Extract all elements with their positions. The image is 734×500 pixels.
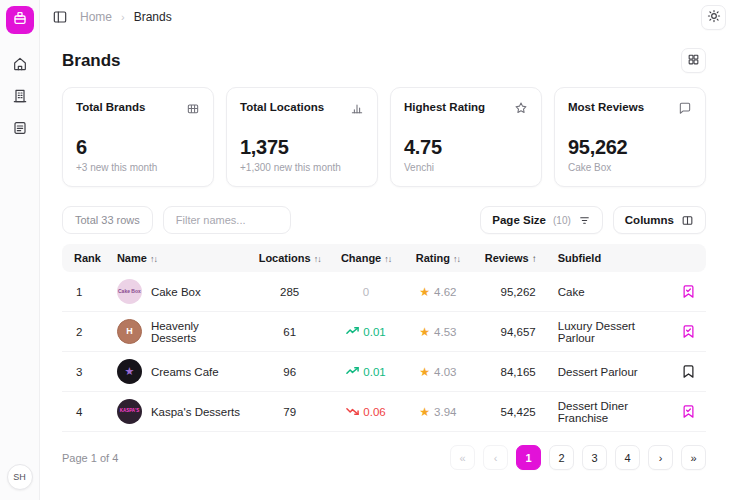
table-row: 2 H Heavenly Desserts 61 [62,312,706,352]
layout-grid-button[interactable] [681,48,706,73]
page-button-1[interactable]: 1 [516,445,541,470]
cell-subfield: Cake [550,272,671,312]
sort-icon: ↑↓ [150,254,157,264]
header-subfield: Subfield [550,244,671,272]
page-header: Brands [62,48,706,73]
stat-card-total-locations: Total Locations 1,375 +1,300 new this mo… [226,87,378,187]
grid-icon [687,53,700,69]
table-footer: Page 1 of 4 « ‹ 1 2 3 4 › » [62,445,706,470]
stat-card-most-reviews: Most Reviews 95,262 Cake Box [554,87,706,187]
last-page-button[interactable]: » [681,445,706,470]
page-title: Brands [62,51,121,71]
cell-locations: 96 [251,352,329,392]
stat-value: 1,375 [240,136,364,159]
header-name[interactable]: Name↑↓ [109,244,251,272]
bookmark-check-icon[interactable] [679,322,698,341]
cell-rank: 4 [62,392,109,432]
sidebar-item-reports[interactable] [12,120,28,136]
theme-toggle-button[interactable] [701,5,726,30]
bar-chart-icon [350,101,364,115]
change-value: 0 [363,286,369,298]
cell-subfield: Dessert Parlour [550,352,671,392]
first-page-button[interactable]: « [450,445,475,470]
app-logo[interactable] [6,6,34,34]
trend-up-icon [346,326,359,338]
prev-page-button[interactable]: ‹ [483,445,508,470]
panel-left-icon [52,13,68,28]
sort-icon: ↑↓ [453,254,460,264]
header-reviews[interactable]: Reviews↑ [472,244,549,272]
header-rank: Rank [62,244,109,272]
header-bookmark [671,244,706,272]
breadcrumb-home[interactable]: Home [80,10,112,24]
sidebar-item-home[interactable] [12,56,28,72]
table-row: 1 Cake Box Cake Box 285 0 [62,272,706,312]
filter-names-input[interactable] [163,206,291,234]
stat-card-highest-rating: Highest Rating 4.75 Venchi [390,87,542,187]
next-page-button[interactable]: › [648,445,673,470]
cell-locations: 285 [251,272,329,312]
toolbar-right: Page Size (10) Columns [480,206,706,234]
page-button-3[interactable]: 3 [582,445,607,470]
star-filled-icon: ★ [419,365,430,379]
brand-name: Heavenly Desserts [151,320,243,344]
breadcrumb-current[interactable]: Brands [134,10,172,24]
header-locations[interactable]: Locations↑↓ [251,244,329,272]
cell-reviews: 54,425 [472,392,549,432]
stat-label: Most Reviews [568,101,644,113]
table-row: 3 ★ Creams Cafe 96 [62,352,706,392]
home-icon [12,58,28,75]
brands-table: Rank Name↑↓ Locations↑↓ Change↑↓ Rating↑… [62,244,706,432]
columns-label: Columns [625,214,674,226]
page-button-2[interactable]: 2 [549,445,574,470]
star-filled-icon: ★ [419,405,430,419]
bookmark-check-icon[interactable] [679,402,698,421]
table-header-row: Rank Name↑↓ Locations↑↓ Change↑↓ Rating↑… [62,244,706,272]
brand-name: Creams Cafe [151,366,219,378]
brand-avatar: Cake Box [117,279,142,304]
trend-up-icon [346,366,359,378]
content: Brands Total Brands [40,34,734,500]
columns-button[interactable]: Columns [613,206,706,234]
rating-value: 3.94 [434,406,456,418]
stat-value: 4.75 [404,136,528,159]
trend-down-icon [346,406,359,418]
bookmark-icon[interactable] [679,362,698,381]
rating-value: 4.53 [434,326,456,338]
brand-avatar: H [117,319,142,344]
filter-lines-icon [578,214,591,227]
header-rating[interactable]: Rating↑↓ [404,244,473,272]
brand-name: Cake Box [151,286,201,298]
page-size-label: Page Size [492,214,546,226]
cell-rank: 3 [62,352,109,392]
cell-reviews: 84,165 [472,352,549,392]
cell-subfield: Luxury Dessert Parlour [550,312,671,352]
sidebar: SH [0,0,40,500]
user-initials: SH [13,472,26,482]
cell-rank: 2 [62,312,109,352]
total-rows-badge: Total 33 rows [62,206,153,234]
sort-icon: ↑↓ [384,254,391,264]
stat-label: Highest Rating [404,101,485,113]
table-row: 4 KASPA'S Kaspa's Desserts 79 [62,392,706,432]
bookmark-check-icon[interactable] [679,282,698,301]
brand-name: Kaspa's Desserts [151,406,240,418]
sidebar-item-brands[interactable] [12,88,28,104]
topbar: Home › Brands [40,0,734,34]
change-value: 0.06 [363,406,385,418]
stat-value: 6 [76,136,200,159]
page-button-4[interactable]: 4 [615,445,640,470]
columns-icon [681,214,694,227]
change-value: 0.01 [363,366,385,378]
stat-value: 95,262 [568,136,692,159]
user-avatar[interactable]: SH [7,464,33,490]
stat-sub: +3 new this month [76,162,200,173]
brand-avatar: ★ [117,359,142,384]
cell-reviews: 95,262 [472,272,549,312]
page-size-button[interactable]: Page Size (10) [480,206,603,234]
sidebar-toggle-button[interactable] [52,9,68,25]
header-change[interactable]: Change↑↓ [329,244,404,272]
stat-sub: +1,300 new this month [240,162,364,173]
sun-icon [707,9,721,26]
chevron-right-icon: › [121,11,125,23]
